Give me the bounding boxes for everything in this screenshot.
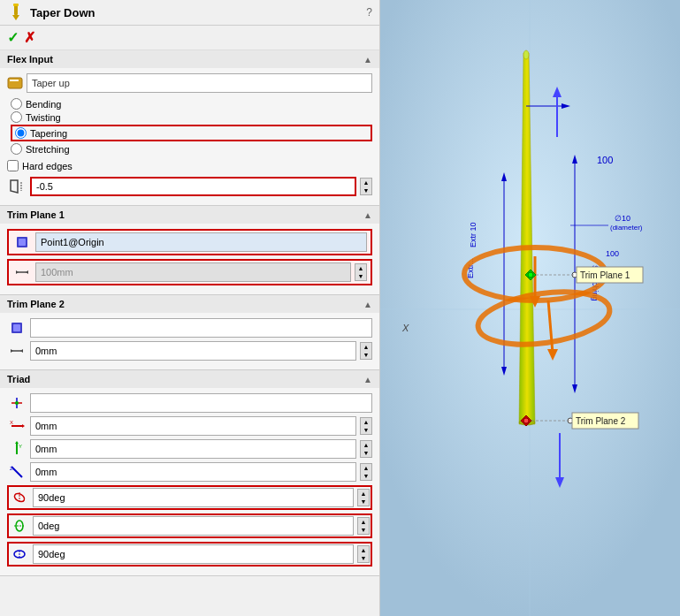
trim-plane-1-label: Trim Plane 1 xyxy=(7,209,65,220)
radio-tapering-label: Tapering xyxy=(30,128,67,139)
flex-input-chevron: ▲ xyxy=(363,55,372,65)
triad-rx-icon xyxy=(10,488,29,507)
svg-text:Trim Plane 1: Trim Plane 1 xyxy=(580,270,630,280)
svg-text:Y: Y xyxy=(19,444,22,449)
trim-plane-1-spinner-up[interactable]: ▲ xyxy=(355,263,367,272)
triad-ry-icon xyxy=(10,516,29,536)
trim-plane-1-header[interactable]: Trim Plane 1 ▲ xyxy=(0,206,379,224)
cancel-button[interactable]: ✗ xyxy=(24,29,35,46)
triad-x-spinner-up[interactable]: ▲ xyxy=(360,417,372,426)
svg-text:Z: Z xyxy=(10,466,13,471)
radio-twisting-label: Twisting xyxy=(26,112,61,123)
taper-spinner: ▲ ▼ xyxy=(360,178,372,195)
taper-icon xyxy=(7,177,27,196)
hard-edges-checkbox[interactable] xyxy=(7,160,19,171)
triad-rz-spinner-down[interactable]: ▼ xyxy=(357,554,370,563)
triad-header[interactable]: Triad ▲ xyxy=(0,370,379,388)
taper-input-row: ▲ ▼ xyxy=(7,177,372,196)
flex-radio-group: Bending Twisting Tapering Stretching xyxy=(7,98,372,155)
flex-input-row xyxy=(7,73,372,93)
triad-y-input[interactable] xyxy=(30,439,356,459)
triad-ry-spinner-down[interactable]: ▼ xyxy=(357,526,370,535)
tool-icon xyxy=(7,4,25,21)
svg-marker-1 xyxy=(12,15,19,20)
triad-origin-input[interactable] xyxy=(30,393,372,413)
radio-stretching-label: Stretching xyxy=(26,144,70,155)
svg-text:100: 100 xyxy=(597,155,613,165)
triad-y-icon: Y xyxy=(7,439,27,459)
svg-text:X: X xyxy=(401,323,409,333)
svg-point-73 xyxy=(523,418,529,423)
help-icon[interactable]: ? xyxy=(366,6,372,19)
radio-bending[interactable]: Bending xyxy=(11,98,372,110)
trim-plane-2-spinner-up[interactable]: ▲ xyxy=(360,342,372,351)
triad-y-spinner-up[interactable]: ▲ xyxy=(360,440,372,449)
triad-x-input[interactable] xyxy=(30,416,356,436)
triad-body: X ▲ ▼ Y xyxy=(0,388,379,575)
triad-rx-spinner: ▲ ▼ xyxy=(357,489,370,506)
svg-marker-10 xyxy=(16,270,19,274)
trim-plane-1-origin-input[interactable] xyxy=(35,232,367,252)
svg-text:100: 100 xyxy=(606,249,619,258)
flex-input-section-header[interactable]: Flex Input ▲ xyxy=(0,50,379,68)
triad-rz-row: ▲ ▼ xyxy=(7,542,372,567)
triad-rz-spinner: ▲ ▼ xyxy=(357,545,370,563)
triad-rz-input[interactable] xyxy=(33,544,354,564)
taper-spinner-up[interactable]: ▲ xyxy=(360,178,372,186)
triad-y-row: Y ▲ ▼ xyxy=(7,439,372,459)
trim-plane-2-header[interactable]: Trim Plane 2 ▲ xyxy=(0,295,379,313)
triad-z-spinner-down[interactable]: ▼ xyxy=(360,472,372,481)
trim-plane-1-chevron: ▲ xyxy=(363,210,372,220)
radio-twisting[interactable]: Twisting xyxy=(11,111,372,123)
triad-z-input[interactable] xyxy=(30,462,356,482)
flex-input-label: Flex Input xyxy=(7,54,53,65)
viewport-svg: X Extr... Stretching 100 xyxy=(380,0,680,616)
trim-plane-2-distance-row: ▲ ▼ xyxy=(7,341,372,361)
flex-input-text[interactable] xyxy=(27,73,372,93)
svg-point-40 xyxy=(523,50,529,59)
trim-plane-1-dist-input[interactable] xyxy=(35,262,351,282)
trim-plane-2-origin-input[interactable] xyxy=(30,318,372,338)
svg-rect-8 xyxy=(19,239,26,246)
triad-ry-spinner-up[interactable]: ▲ xyxy=(357,517,370,526)
svg-rect-13 xyxy=(13,324,20,331)
triad-rx-spinner-up[interactable]: ▲ xyxy=(357,489,370,498)
svg-marker-16 xyxy=(20,349,23,353)
confirm-button[interactable]: ✓ xyxy=(7,29,19,46)
radio-stretching[interactable]: Stretching xyxy=(11,143,372,155)
trim-plane-2-chevron: ▲ xyxy=(363,300,372,309)
triad-z-icon: Z xyxy=(7,462,27,482)
hard-edges-label: Hard edges xyxy=(22,161,73,171)
svg-text:∅10: ∅10 xyxy=(615,214,630,223)
triad-rx-spinner-down[interactable]: ▼ xyxy=(357,498,370,506)
taper-spinner-down[interactable]: ▼ xyxy=(360,186,372,195)
triad-rz-spinner-up[interactable]: ▲ xyxy=(357,545,370,554)
trim-plane-1-spinner: ▲ ▼ xyxy=(355,263,367,281)
triad-chevron: ▲ xyxy=(363,375,372,384)
trim-plane-2-dist-input[interactable] xyxy=(30,341,356,361)
panel-header: Taper Down ? xyxy=(0,0,379,26)
trim-plane-1-origin-row xyxy=(7,229,372,255)
trim-plane-2-origin-icon xyxy=(7,318,27,338)
triad-y-spinner-down[interactable]: ▼ xyxy=(360,449,372,458)
radio-bending-label: Bending xyxy=(26,99,61,110)
triad-x-spinner-down[interactable]: ▼ xyxy=(360,426,372,435)
trim-plane-2-spinner-down[interactable]: ▼ xyxy=(360,351,372,360)
triad-z-spinner-up[interactable]: ▲ xyxy=(360,463,372,472)
svg-text:(diameter): (diameter) xyxy=(610,224,643,232)
triad-origin-icon xyxy=(7,393,27,413)
trim-plane-2-label: Trim Plane 2 xyxy=(7,299,65,309)
trim-plane-1-body: ▲ ▼ xyxy=(0,224,379,294)
triad-z-spinner: ▲ ▼ xyxy=(360,463,372,481)
triad-ry-input[interactable] xyxy=(33,516,354,536)
triad-rx-input[interactable] xyxy=(33,488,354,507)
trim-plane-2-body: ▲ ▼ xyxy=(0,313,379,369)
radio-tapering[interactable]: Tapering xyxy=(11,125,372,141)
trim-plane-1-spinner-down[interactable]: ▼ xyxy=(355,272,367,281)
trim-plane-1-origin-icon xyxy=(12,232,32,252)
triad-y-spinner: ▲ ▼ xyxy=(360,440,372,458)
panel-toolbar: ✓ ✗ xyxy=(0,26,379,50)
taper-value-input[interactable] xyxy=(30,177,356,196)
viewport[interactable]: X Extr... Stretching 100 xyxy=(380,0,680,616)
svg-rect-4 xyxy=(10,80,19,81)
